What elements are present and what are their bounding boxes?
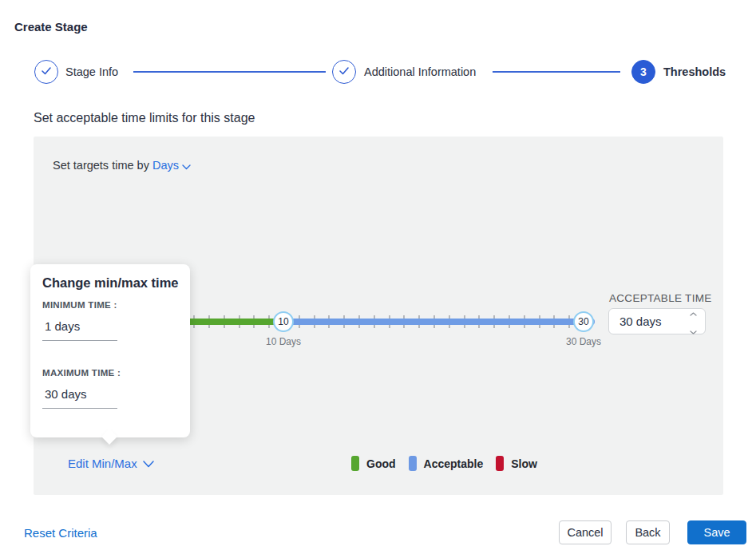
set-targets-text: Set targets time by [53, 159, 149, 172]
spinner-down-icon[interactable] [690, 323, 697, 338]
maximum-time-input[interactable] [42, 387, 117, 409]
chevron-down-icon [182, 160, 191, 172]
max-handle-label: 30 Days [560, 336, 608, 347]
slow-swatch [496, 456, 504, 471]
legend-label: Slow [511, 457, 537, 470]
minimum-time-input[interactable] [42, 319, 117, 341]
legend-item-acceptable: Acceptable [409, 456, 484, 471]
step-1-circle[interactable] [34, 60, 58, 84]
section-heading: Set acceptable time limits for this stag… [34, 111, 255, 125]
minmax-popover: Change min/max time MINIMUM TIME : MAXIM… [30, 264, 190, 437]
popover-caret [101, 429, 117, 445]
step-2-circle[interactable] [332, 60, 356, 84]
good-swatch [351, 456, 359, 471]
stepper-spinner[interactable] [690, 305, 697, 338]
slider-track-acceptable[interactable] [133, 319, 595, 325]
acceptable-time-input[interactable]: 30 days [608, 308, 706, 334]
minimum-time-label: MINIMUM TIME : [42, 300, 117, 310]
slider-legend: Good Acceptable Slow [351, 456, 537, 471]
chevron-down-icon [143, 457, 154, 470]
check-icon [41, 65, 52, 79]
check-icon [338, 65, 350, 79]
step-2-label: Additional Information [364, 65, 476, 78]
set-targets-line: Set targets time by Days [53, 159, 191, 172]
unit-dropdown-value: Days [152, 159, 179, 172]
max-slider-handle[interactable]: 30 [573, 311, 594, 332]
min-handle-value: 10 [278, 316, 288, 327]
popover-title: Change min/max time [42, 275, 179, 291]
unit-dropdown[interactable]: Days [152, 159, 191, 172]
step-1-label: Stage Info [65, 65, 118, 78]
stepper-connector [133, 71, 326, 73]
legend-label: Good [366, 457, 396, 470]
step-3-number: 3 [640, 65, 647, 78]
step-3-label: Thresholds [663, 65, 726, 78]
legend-label: Acceptable [424, 457, 484, 470]
min-slider-handle[interactable]: 10 [273, 311, 294, 332]
step-3-circle[interactable]: 3 [631, 60, 655, 84]
legend-item-slow: Slow [496, 456, 537, 471]
acceptable-swatch [409, 456, 417, 471]
thresholds-panel: Set targets time by Days 10 30 10 Days 3… [34, 137, 723, 495]
save-button[interactable]: Save [687, 520, 746, 544]
legend-item-good: Good [351, 456, 396, 471]
acceptable-time-label: ACCEPTABLE TIME [609, 292, 712, 304]
edit-minmax-link[interactable]: Edit Min/Max [68, 457, 154, 470]
back-button[interactable]: Back [626, 520, 670, 544]
min-handle-label: 10 Days [259, 336, 307, 347]
edit-minmax-label: Edit Min/Max [68, 457, 137, 470]
reset-criteria-link[interactable]: Reset Criteria [24, 526, 97, 540]
acceptable-time-value: 30 days [619, 315, 690, 328]
maximum-time-label: MAXIMUM TIME : [42, 368, 121, 378]
stepper-connector [493, 71, 620, 73]
cancel-button[interactable]: Cancel [559, 520, 612, 544]
stepper: Stage Info Additional Information 3 Thre… [0, 60, 756, 84]
time-slider: 10 30 10 Days 30 Days [133, 311, 595, 348]
max-handle-value: 30 [578, 316, 588, 327]
spinner-up-icon[interactable] [690, 305, 697, 319]
page-title: Create Stage [14, 20, 88, 34]
